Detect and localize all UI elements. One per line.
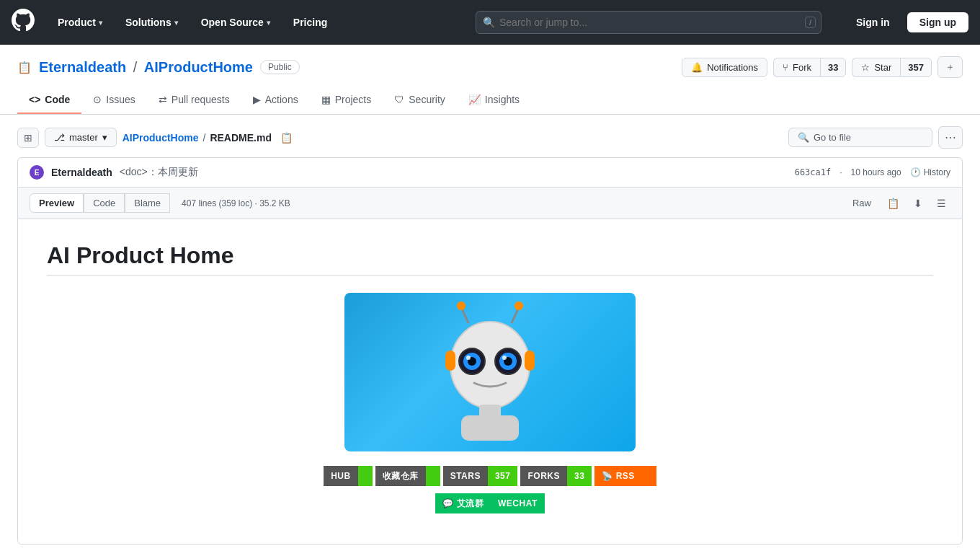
- nav-solutions[interactable]: Solutions ▾: [120, 14, 184, 31]
- fork-group: ⑂ Fork 33: [773, 58, 846, 77]
- issues-icon: ⊙: [93, 94, 102, 105]
- search-icon: 🔍: [483, 17, 495, 28]
- add-button[interactable]: ＋: [937, 56, 963, 78]
- branch-chevron-icon: ▾: [102, 132, 107, 143]
- readme-image: [47, 293, 933, 451]
- blame-tab-button[interactable]: Blame: [125, 193, 170, 213]
- tab-code[interactable]: <> Code: [17, 87, 81, 114]
- navbar-actions: Sign in Sign up: [845, 12, 968, 32]
- code-tab-button[interactable]: Code: [84, 193, 125, 213]
- visibility-badge: Public: [260, 60, 300, 74]
- tab-projects[interactable]: ▦ Projects: [310, 87, 383, 114]
- commit-hash: 663ca1f: [795, 167, 832, 177]
- star-button[interactable]: ☆ Star: [852, 58, 900, 77]
- projects-icon: ▦: [321, 94, 331, 105]
- download-button[interactable]: ⬇: [909, 195, 927, 212]
- solutions-chevron-icon: ▾: [174, 19, 178, 27]
- search-icon: 🔍: [798, 132, 809, 143]
- goto-file-button[interactable]: 🔍 Go to file: [788, 128, 932, 147]
- signin-button[interactable]: Sign in: [845, 13, 901, 32]
- fork-icon: ⑂: [783, 62, 788, 73]
- commit-message: <doc>：本周更新: [120, 166, 198, 179]
- file-nav-row: ⊞ ⎇ master ▾ AIProductHome / README.md 📋…: [17, 126, 963, 149]
- path-file: README.md: [210, 132, 272, 144]
- tab-security[interactable]: 🛡 Security: [383, 87, 457, 114]
- tab-issues[interactable]: ⊙ Issues: [81, 87, 146, 114]
- raw-list-button[interactable]: ☰: [932, 195, 950, 212]
- svg-point-8: [502, 356, 507, 360]
- repo-name-link[interactable]: AIProductHome: [144, 59, 253, 75]
- tab-insights[interactable]: 📈 Insights: [457, 87, 531, 114]
- commit-time: ·: [839, 167, 842, 177]
- sidebar-toggle-button[interactable]: ⊞: [17, 128, 39, 148]
- file-actions: Raw 📋 ⬇ ☰: [847, 195, 950, 212]
- badge-rss[interactable]: 📡 RSS: [594, 466, 656, 486]
- badge-stars[interactable]: STARS 357: [443, 466, 518, 486]
- star-count[interactable]: 357: [900, 58, 932, 77]
- file-breadcrumb: AIProductHome / README.md 📋: [122, 131, 297, 145]
- svg-rect-13: [445, 351, 455, 371]
- star-icon: ☆: [861, 62, 870, 73]
- path-root-link[interactable]: AIProductHome: [122, 132, 199, 144]
- file-toolbar: Preview Code Blame 407 lines (359 loc) ·…: [18, 188, 962, 219]
- breadcrumb: Eternaldeath / AIProductHome: [39, 59, 253, 76]
- open-source-chevron-icon: ▾: [267, 19, 270, 27]
- badge-wechat[interactable]: 💬 艾流群 WECHAT: [435, 493, 545, 513]
- github-logo[interactable]: [12, 9, 35, 36]
- commit-row: E Eternaldeath <doc>：本周更新 663ca1f · 10 h…: [17, 157, 963, 188]
- raw-button[interactable]: Raw: [847, 195, 877, 211]
- file-content-area: Preview Code Blame 407 lines (359 loc) ·…: [17, 188, 963, 545]
- product-chevron-icon: ▾: [99, 19, 102, 27]
- avatar: E: [30, 165, 44, 180]
- badge-forks[interactable]: FORKS 33: [520, 466, 592, 486]
- search-container: 🔍 /: [476, 11, 821, 34]
- nav-open-source[interactable]: Open Source ▾: [195, 14, 276, 31]
- tab-actions[interactable]: ▶ Actions: [241, 87, 310, 114]
- branch-icon: ⎇: [54, 132, 65, 143]
- file-info: 407 lines (359 loc) · 35.2 KB: [182, 198, 290, 208]
- svg-point-12: [514, 301, 523, 310]
- readme-title: AI Product Home: [47, 242, 933, 276]
- nav-pricing[interactable]: Pricing: [288, 14, 333, 31]
- preview-tab-button[interactable]: Preview: [30, 193, 84, 213]
- repo-header: 📋 Eternaldeath / AIProductHome Public 🔔 …: [0, 45, 980, 115]
- navbar: Product ▾ Solutions ▾ Open Source ▾ Pric…: [0, 0, 980, 45]
- svg-point-10: [457, 301, 466, 310]
- repo-icon: 📋: [17, 61, 32, 74]
- copy-content-button[interactable]: 📋: [883, 195, 904, 212]
- fork-count[interactable]: 33: [820, 58, 846, 77]
- badge-collect[interactable]: 收藏仓库: [375, 466, 440, 486]
- more-options-button[interactable]: ⋯: [938, 126, 963, 149]
- history-link[interactable]: 🕐 History: [910, 167, 950, 177]
- svg-rect-16: [461, 415, 519, 441]
- badge-wechat-row: 💬 艾流群 WECHAT: [47, 493, 933, 513]
- security-icon: 🛡: [394, 94, 404, 105]
- commit-author-link[interactable]: Eternaldeath: [51, 167, 112, 178]
- badge-hub[interactable]: HUB: [324, 466, 373, 486]
- repo-owner-link[interactable]: Eternaldeath: [39, 59, 126, 75]
- repo-tabs: <> Code ⊙ Issues ⇄ Pull requests ▶ Actio…: [17, 87, 963, 114]
- code-icon: <>: [29, 94, 40, 105]
- tab-pull-requests[interactable]: ⇄ Pull requests: [147, 87, 241, 114]
- insights-icon: 📈: [468, 94, 481, 105]
- copy-path-button[interactable]: 📋: [276, 131, 297, 145]
- nav-product[interactable]: Product ▾: [52, 14, 108, 31]
- signup-button[interactable]: Sign up: [907, 12, 968, 32]
- search-input[interactable]: [476, 11, 821, 34]
- file-container: ⊞ ⎇ master ▾ AIProductHome / README.md 📋…: [0, 115, 980, 551]
- badge-row-1: HUB 收藏仓库 STARS 357 FORKS 33 📡 RSS: [47, 466, 933, 486]
- branch-selector[interactable]: ⎇ master ▾: [45, 128, 117, 147]
- search-shortcut: /: [805, 17, 816, 28]
- repo-actions: 🔔 Notifications ⑂ Fork 33 ☆ Star 357 ＋: [682, 56, 963, 78]
- commit-time-text: 10 hours ago: [851, 167, 901, 177]
- svg-point-4: [466, 356, 471, 360]
- repo-title-row: 📋 Eternaldeath / AIProductHome Public 🔔 …: [17, 56, 963, 78]
- robot-image-container: [344, 293, 636, 451]
- sidebar-icon: ⊞: [24, 132, 32, 144]
- notifications-button[interactable]: 🔔 Notifications: [682, 58, 767, 77]
- fork-button[interactable]: ⑂ Fork: [773, 58, 820, 77]
- svg-rect-14: [525, 351, 535, 371]
- readme-body: AI Product Home: [18, 219, 962, 544]
- bell-icon: 🔔: [691, 62, 703, 73]
- actions-icon: ▶: [253, 94, 261, 105]
